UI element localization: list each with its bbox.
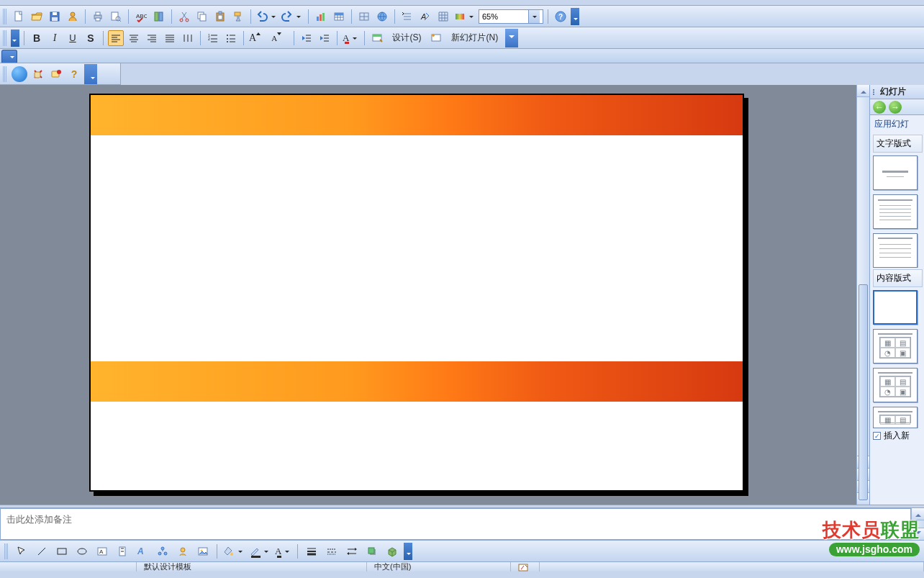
paste-icon[interactable] bbox=[212, 9, 228, 24]
line-color-button[interactable] bbox=[248, 543, 271, 560]
new-slide-icon[interactable] bbox=[428, 30, 444, 46]
print-preview-icon[interactable] bbox=[108, 9, 124, 24]
slide-design-icon[interactable] bbox=[369, 30, 385, 46]
help-icon[interactable]: ? bbox=[553, 9, 569, 24]
notes-scrollbar[interactable] bbox=[911, 508, 924, 540]
insert-table-icon[interactable] bbox=[331, 9, 347, 24]
scroll-thumb[interactable] bbox=[859, 284, 868, 500]
layout-blank[interactable] bbox=[873, 290, 918, 325]
permission-icon[interactable] bbox=[65, 9, 81, 24]
expand-all-icon[interactable] bbox=[399, 9, 415, 24]
select-objects-icon[interactable] bbox=[13, 543, 30, 560]
toolbar-grip[interactable] bbox=[3, 66, 7, 82]
slide-canvas[interactable] bbox=[89, 94, 744, 492]
align-left-button[interactable] bbox=[108, 30, 124, 46]
layout-content-3[interactable]: ▦▤ bbox=[873, 407, 918, 428]
design-button[interactable]: 设计(S) bbox=[387, 30, 426, 46]
bullets-button[interactable] bbox=[223, 30, 239, 46]
format-painter-icon[interactable] bbox=[230, 9, 246, 24]
slide-edit-area[interactable] bbox=[0, 85, 856, 505]
new-icon[interactable] bbox=[11, 9, 27, 24]
scroll-up-icon[interactable] bbox=[857, 85, 869, 97]
increase-font-button[interactable]: A bbox=[248, 30, 268, 46]
shadow-style-button[interactable] bbox=[363, 543, 381, 560]
arrow-style-button[interactable] bbox=[343, 543, 361, 560]
show-grid-icon[interactable] bbox=[435, 9, 451, 24]
reviewing-help-icon[interactable]: ? bbox=[66, 66, 82, 82]
toolbar-options-icon[interactable] bbox=[505, 29, 518, 48]
slide[interactable] bbox=[91, 95, 743, 490]
checkbox-icon[interactable] bbox=[873, 432, 881, 440]
insert-chart-icon[interactable] bbox=[313, 9, 329, 24]
scroll-down-icon[interactable] bbox=[912, 528, 924, 540]
decrease-indent-button[interactable] bbox=[299, 30, 314, 46]
color-gray-icon[interactable] bbox=[453, 9, 476, 24]
toolbar-grip[interactable] bbox=[3, 9, 7, 24]
oval-icon[interactable] bbox=[73, 543, 91, 560]
notes-input[interactable]: 击此处添加备注 bbox=[0, 508, 911, 540]
dash-style-button[interactable] bbox=[323, 543, 340, 560]
new-slide-button[interactable]: 新幻灯片(N) bbox=[446, 30, 503, 46]
status-language-cell[interactable]: 中文(中国) bbox=[367, 562, 511, 572]
vertical-textbox-icon[interactable] bbox=[114, 543, 131, 560]
cut-icon[interactable] bbox=[176, 9, 192, 24]
toolbar-options-left-icon[interactable] bbox=[11, 30, 19, 47]
align-center-button[interactable] bbox=[126, 30, 142, 46]
font-color-button[interactable]: A bbox=[342, 30, 360, 46]
vertical-scrollbar[interactable] bbox=[856, 85, 869, 505]
font-color-button-2[interactable]: A bbox=[274, 543, 292, 560]
toolbar-options-icon[interactable] bbox=[571, 8, 579, 25]
numbering-button[interactable]: 12 bbox=[205, 30, 221, 46]
scroll-track[interactable] bbox=[857, 97, 869, 456]
save-icon[interactable] bbox=[47, 9, 63, 24]
layout-two-column[interactable] bbox=[873, 233, 918, 268]
tables-borders-icon[interactable] bbox=[356, 9, 372, 24]
view-tab-dropdown[interactable] bbox=[1, 50, 17, 63]
spellcheck-icon[interactable]: ABC bbox=[133, 9, 149, 24]
layout-title-bullets[interactable] bbox=[873, 194, 918, 229]
taskpane-title[interactable]: 幻灯片 bbox=[870, 85, 924, 99]
3d-style-button[interactable] bbox=[384, 543, 401, 560]
scroll-up-icon[interactable] bbox=[912, 508, 924, 520]
underline-button[interactable]: U bbox=[65, 30, 81, 46]
decrease-font-button[interactable]: A bbox=[271, 30, 289, 46]
layout-title-slide[interactable] bbox=[873, 155, 918, 190]
insert-new-slide-option[interactable]: 插入新 bbox=[870, 428, 924, 443]
layout-content[interactable]: ▦▤◔▣ bbox=[873, 329, 918, 363]
layout-content-2[interactable]: ▦▤◔▣ bbox=[873, 368, 918, 402]
bold-button[interactable]: B bbox=[29, 30, 45, 46]
zoom-input[interactable] bbox=[482, 12, 525, 21]
research-icon[interactable] bbox=[151, 9, 167, 24]
copy-icon[interactable] bbox=[194, 9, 210, 24]
textbox-icon[interactable]: A bbox=[94, 543, 111, 560]
italic-button[interactable]: I bbox=[47, 30, 63, 46]
line-style-button[interactable] bbox=[303, 543, 320, 560]
insert-picture-icon[interactable] bbox=[194, 543, 212, 560]
align-right-button[interactable] bbox=[144, 30, 160, 46]
redo-button[interactable] bbox=[281, 9, 304, 24]
toolbar-options-icon[interactable] bbox=[84, 64, 97, 84]
fill-color-button[interactable] bbox=[222, 543, 245, 560]
zoom-combo[interactable] bbox=[479, 9, 543, 24]
insert-hyperlink-icon[interactable] bbox=[374, 9, 390, 24]
line-icon[interactable] bbox=[33, 543, 50, 560]
show-formatting-icon[interactable]: A bbox=[417, 9, 433, 24]
open-icon[interactable] bbox=[29, 9, 45, 24]
wordart-icon[interactable]: A bbox=[134, 543, 151, 560]
taskpane-back-icon[interactable]: ← bbox=[873, 101, 886, 114]
toolbar-grip[interactable] bbox=[4, 543, 9, 559]
slide-shape-bottom-bar[interactable] bbox=[91, 361, 743, 402]
diagram-icon[interactable] bbox=[154, 543, 171, 560]
align-justify-button[interactable] bbox=[162, 30, 178, 46]
delete-comment-icon[interactable] bbox=[30, 66, 46, 82]
zoom-dropdown-icon[interactable] bbox=[528, 10, 540, 23]
rectangle-icon[interactable] bbox=[53, 543, 71, 560]
toolbar-grip[interactable] bbox=[3, 30, 7, 46]
distributed-button[interactable] bbox=[180, 30, 196, 46]
slide-shape-top-bar[interactable] bbox=[91, 95, 743, 135]
print-icon[interactable] bbox=[90, 9, 106, 24]
undo-button[interactable] bbox=[255, 9, 278, 24]
increase-indent-button[interactable] bbox=[317, 30, 332, 46]
taskpane-forward-icon[interactable]: → bbox=[889, 101, 902, 114]
toolbar-options-icon[interactable] bbox=[404, 543, 412, 560]
